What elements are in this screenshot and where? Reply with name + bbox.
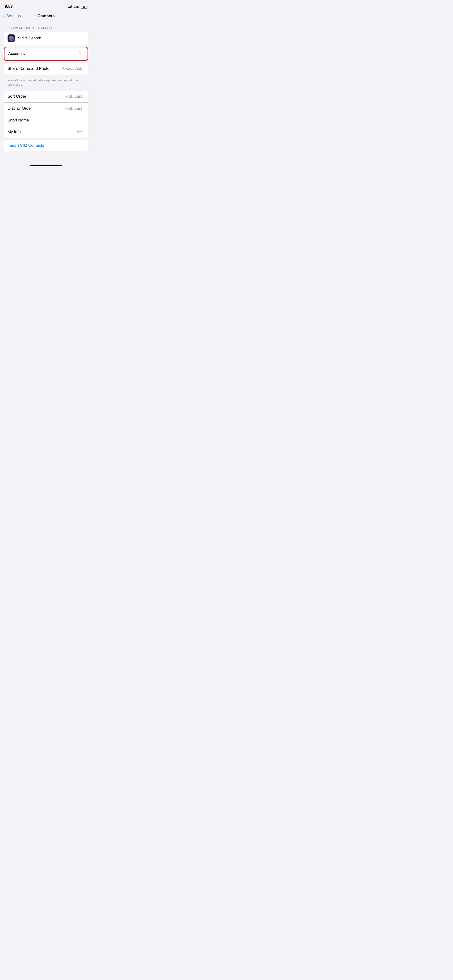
- my-info-value: Me: [77, 130, 82, 134]
- siri-icon-container: [8, 35, 15, 42]
- home-bar: [30, 165, 62, 166]
- share-name-photo-chevron-icon: ›: [83, 67, 85, 70]
- signal-bar-2: [69, 6, 70, 8]
- status-time: 9:57: [5, 4, 13, 9]
- short-name-row[interactable]: Short Name ›: [4, 114, 88, 126]
- allow-access-card: Siri & Search ›: [4, 32, 88, 45]
- main-content: ALLOW CONTACTS TO ACCESS Siri & Search ›…: [0, 26, 92, 161]
- lte-label: LTE: [73, 5, 79, 8]
- sort-order-value: First, Last: [64, 94, 82, 99]
- accounts-label: Accounts: [8, 51, 79, 56]
- import-sim-label: Import SIM Contacts: [8, 143, 44, 148]
- share-name-photo-row[interactable]: Share Name and Photo Always Ask ›: [4, 63, 88, 75]
- status-bar: 9:57 LTE 21: [0, 0, 92, 12]
- share-name-photo-value: Always Ask: [62, 66, 82, 71]
- back-chevron-icon: ‹: [4, 14, 5, 18]
- import-sim-row[interactable]: Import SIM Contacts: [4, 140, 88, 151]
- home-indicator: [0, 161, 92, 168]
- battery-indicator: 21: [81, 5, 87, 8]
- nav-bar: ‹ Settings Contacts: [0, 12, 92, 21]
- sort-order-row[interactable]: Sort Order First, Last ›: [4, 91, 88, 102]
- short-name-chevron-icon: ›: [83, 118, 85, 122]
- signal-bar-1: [68, 7, 69, 8]
- siri-search-chevron-icon: ›: [83, 36, 85, 40]
- sort-order-label: Sort Order: [8, 94, 64, 99]
- display-order-row[interactable]: Display Order First, Last ›: [4, 102, 88, 114]
- allow-access-section-label: ALLOW CONTACTS TO ACCESS: [4, 26, 88, 30]
- share-name-photo-description: You will be prompted before updated name…: [4, 76, 88, 91]
- accounts-value: 1: [79, 51, 81, 56]
- siri-search-label: Siri & Search: [18, 36, 83, 41]
- accounts-chevron-icon: ›: [83, 52, 84, 56]
- signal-bars: [68, 5, 72, 8]
- accounts-card: Accounts 1 ›: [4, 47, 88, 61]
- import-sim-card: Import SIM Contacts: [4, 140, 88, 151]
- display-order-chevron-icon: ›: [83, 107, 85, 110]
- my-info-row[interactable]: My Info Me ›: [4, 126, 88, 138]
- back-label: Settings: [6, 14, 21, 18]
- bottom-spacer: [4, 153, 88, 161]
- siri-icon: [8, 35, 15, 42]
- back-button[interactable]: ‹ Settings: [4, 14, 21, 18]
- page-title: Contacts: [38, 14, 55, 18]
- signal-bar-4: [72, 5, 72, 8]
- my-info-label: My Info: [8, 130, 77, 134]
- share-name-photo-label: Share Name and Photo: [8, 66, 62, 71]
- siri-orb: [9, 36, 14, 41]
- display-order-value: First, Last: [64, 106, 82, 111]
- sort-order-chevron-icon: ›: [83, 95, 85, 99]
- battery-level: 21: [83, 5, 85, 8]
- share-name-photo-card: Share Name and Photo Always Ask ›: [4, 63, 88, 75]
- display-order-label: Display Order: [8, 106, 64, 111]
- siri-search-row[interactable]: Siri & Search ›: [4, 32, 88, 45]
- signal-bar-3: [70, 6, 71, 8]
- my-info-chevron-icon: ›: [83, 130, 85, 134]
- short-name-label: Short Name: [8, 118, 82, 123]
- preferences-card: Sort Order First, Last › Display Order F…: [4, 91, 88, 138]
- accounts-row[interactable]: Accounts 1 ›: [5, 48, 88, 60]
- status-right-icons: LTE 21: [68, 5, 87, 8]
